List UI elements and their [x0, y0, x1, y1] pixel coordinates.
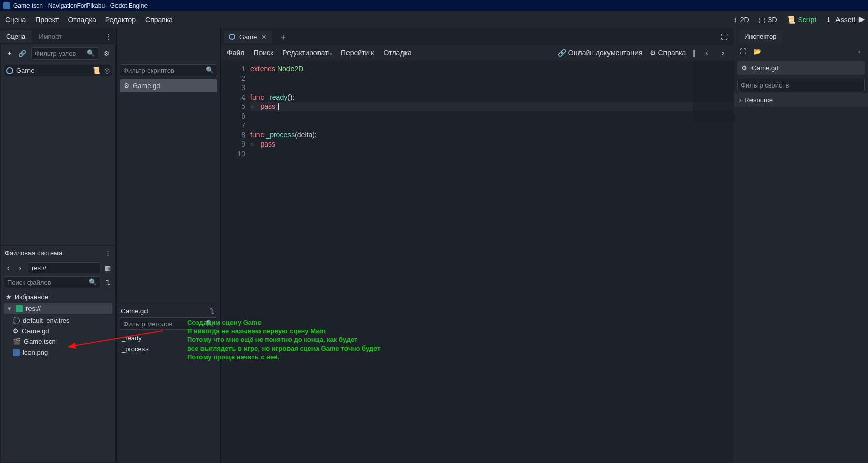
app-icon — [3, 2, 10, 9]
nav-back-button[interactable]: ‹ — [702, 48, 711, 57]
swap-icon: ↕ — [734, 16, 737, 24]
node-label: Game — [16, 67, 34, 74]
file-label: default_env.tres — [23, 316, 70, 324]
res-root-label: res:// — [26, 305, 41, 312]
script-icon: 📜 — [787, 16, 795, 24]
fs-menu-icon[interactable]: ⋮ — [105, 249, 111, 257]
help-button[interactable]: ⚙ Справка — [650, 49, 686, 57]
workspace-script[interactable]: 📜Script — [787, 16, 817, 24]
grid-view-button[interactable]: ▦ — [103, 263, 112, 272]
window-titlebar: Game.tscn - NavigationForPikabu - Godot … — [0, 0, 868, 11]
favorites-row[interactable]: ★ Избранное: — [2, 292, 114, 302]
tool-button[interactable]: ⚙ — [102, 49, 111, 58]
search-icon: 🔍 — [206, 66, 214, 74]
gear-icon: ⚙ — [124, 82, 130, 90]
gear-icon: ⚙ — [650, 49, 656, 57]
menu-project[interactable]: Проект — [35, 16, 59, 24]
script-list-item[interactable]: ⚙ Game.gd — [120, 79, 217, 92]
filter-scripts-input[interactable]: Фильтр скриптов 🔍 — [120, 64, 217, 76]
workspace-assetlib[interactable]: ⭳AssetLib — [825, 16, 863, 24]
tab-import[interactable]: Импорт — [33, 30, 68, 43]
filter-nodes-input[interactable]: Фильтр узлов 🔍 — [31, 47, 98, 60]
add-node-button[interactable]: ＋ — [5, 49, 14, 58]
category-resource[interactable]: › Resource — [734, 93, 868, 107]
search-files-input[interactable]: Поиск файлов 🔍 — [4, 276, 100, 288]
scene-icon: 🎬 — [13, 338, 21, 345]
workspace-2d[interactable]: ↕2D — [734, 16, 749, 24]
sort-button[interactable]: ⇅ — [103, 278, 112, 287]
tab-inspector[interactable]: Инспектор — [738, 30, 783, 43]
menu-debug2[interactable]: Отладка — [383, 49, 411, 57]
file-label: Game.gd — [22, 327, 49, 335]
dock-menu-icon[interactable]: ⋮ — [105, 33, 112, 40]
nav-fwd-button[interactable]: › — [16, 263, 25, 272]
menu-scene[interactable]: Сцена — [5, 16, 26, 24]
gear-icon: ⚙ — [741, 64, 747, 72]
file-game-gd[interactable]: ⚙ Game.gd — [2, 326, 114, 336]
tab-scene[interactable]: Сцена — [0, 30, 32, 43]
inspector-object-label: Game.gd — [751, 64, 778, 72]
link-icon: 🔗 — [558, 49, 566, 57]
filter-properties-placeholder: Фильтр свойств — [741, 81, 789, 89]
file-icon-png[interactable]: icon.png — [2, 347, 114, 358]
search-icon: 🔍 — [206, 320, 214, 327]
online-docs-button[interactable]: 🔗 Онлайн документация — [558, 49, 643, 57]
play-button[interactable]: ▶ — [859, 14, 865, 24]
code-editor[interactable]: 1234⌄5678⌄910 extends Node2Dfunc _ready(… — [221, 61, 734, 463]
menu-help[interactable]: Справка — [145, 16, 173, 24]
visibility-icon[interactable]: ◎ — [104, 67, 110, 74]
search-icon: 🔍 — [86, 49, 95, 57]
close-icon[interactable]: ✕ — [261, 33, 267, 41]
minimap[interactable] — [693, 61, 734, 122]
add-tab-button[interactable]: ＋ — [276, 31, 291, 43]
menu-edit[interactable]: Редактировать — [282, 49, 332, 57]
favorites-label: Избранное: — [15, 293, 50, 301]
scene-tab-game[interactable]: Game ✕ — [224, 31, 272, 43]
inspector-object[interactable]: ⚙ Game.gd — [737, 61, 865, 75]
script-attached-icon[interactable]: 📜 — [92, 67, 100, 74]
sort-methods-button[interactable]: ⇅ — [207, 306, 216, 315]
scene-tab-label: Game — [239, 33, 257, 41]
path-text: res:// — [32, 264, 46, 272]
chevron-right-icon: › — [739, 96, 741, 104]
folder-icon — [16, 305, 23, 312]
filter-scripts-placeholder: Фильтр скриптов — [123, 67, 175, 74]
filter-nodes-placeholder: Фильтр узлов — [35, 50, 76, 57]
history-back-button[interactable]: ‹ — [855, 47, 864, 56]
file-label: Game.tscn — [24, 338, 56, 345]
scene-root-node[interactable]: Game 📜 ◎ — [4, 65, 112, 76]
path-input[interactable]: res:// — [28, 262, 100, 273]
res-root-row[interactable]: ▾ res:// — [4, 303, 112, 314]
menu-search[interactable]: Поиск — [253, 49, 273, 57]
script-name: Game.gd — [133, 82, 160, 90]
download-icon: ⭳ — [825, 16, 832, 24]
menu-file[interactable]: Файл — [227, 49, 244, 57]
workspace-3d[interactable]: ⬚3D — [759, 16, 777, 24]
menu-goto[interactable]: Перейти к — [341, 49, 374, 57]
fullscreen-icon[interactable]: ⛶ — [721, 33, 728, 41]
node2d-icon — [6, 67, 13, 74]
filter-methods-input[interactable]: Фильтр методов 🔍 — [120, 317, 217, 330]
image-icon — [13, 349, 20, 356]
menu-debug[interactable]: Отладка — [68, 16, 96, 24]
file-game-tscn[interactable]: 🎬 Game.tscn — [2, 336, 114, 347]
category-label: Resource — [744, 96, 773, 104]
node2d-icon — [229, 34, 235, 40]
method-ready[interactable]: _ready — [117, 333, 220, 343]
nav-fwd-button[interactable]: › — [718, 48, 728, 57]
expand-icon[interactable]: ⛶ — [738, 47, 747, 56]
nav-back-button[interactable]: ‹ — [4, 263, 13, 272]
file-label: icon.png — [23, 349, 48, 356]
filter-methods-placeholder: Фильтр методов — [123, 320, 173, 328]
file-default-env[interactable]: default_env.tres — [2, 315, 114, 326]
filesystem-title: Файловая система — [5, 249, 62, 257]
link-button[interactable]: 🔗 — [18, 49, 27, 58]
gear-icon: ⚙ — [13, 327, 19, 335]
window-title: Game.tscn - NavigationForPikabu - Godot … — [13, 2, 148, 9]
open-icon[interactable]: 📂 — [753, 47, 762, 56]
search-files-placeholder: Поиск файлов — [7, 279, 51, 286]
star-icon: ★ — [6, 293, 12, 301]
menu-editor[interactable]: Редактор — [105, 16, 136, 24]
method-process[interactable]: _process — [117, 343, 220, 354]
filter-properties-input[interactable]: Фильтр свойств — [737, 79, 865, 91]
